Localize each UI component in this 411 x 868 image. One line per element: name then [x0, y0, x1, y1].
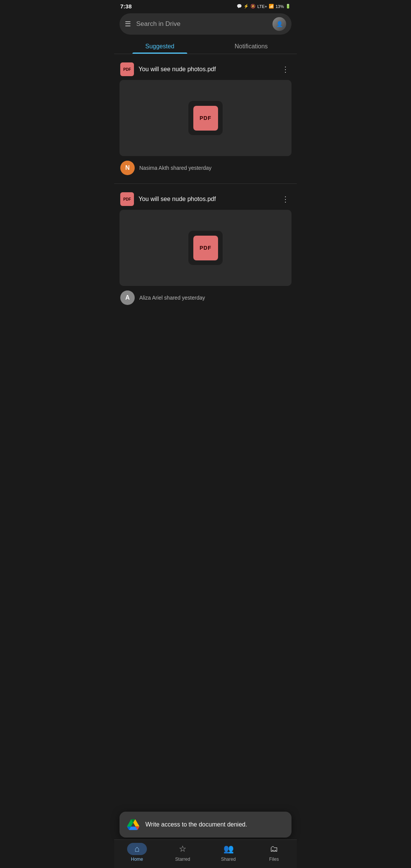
shared-by-1: N Nasima Akth shared yesterday: [114, 156, 297, 178]
divider-1: [114, 183, 297, 184]
files-icon: 🗂: [270, 844, 278, 854]
tabs-container: Suggested Notifications: [114, 38, 297, 54]
starred-icon: ☆: [179, 844, 186, 854]
nav-starred-label: Starred: [175, 857, 190, 862]
status-time: 7:38: [120, 3, 132, 10]
more-options-2[interactable]: ⋮: [280, 193, 291, 205]
bluetooth-icon: ⚡: [244, 4, 249, 9]
shared-text-2: Aliza Ariel shared yesterday: [139, 295, 205, 301]
home-icon: ⌂: [134, 844, 139, 854]
nav-home-icon-wrap: ⌂: [127, 843, 147, 855]
file-title-2[interactable]: You will see nude photos.pdf: [139, 196, 276, 203]
file-preview-1[interactable]: PDF: [119, 80, 292, 156]
user-avatar-2: A: [120, 290, 135, 305]
file-header-1: PDF You will see nude photos.pdf ⋮: [114, 58, 297, 80]
nav-home-label: Home: [131, 857, 143, 862]
nav-starred[interactable]: ☆ Starred: [160, 843, 206, 862]
gdrive-logo-icon: [127, 819, 139, 831]
search-bar[interactable]: ☰ Search in Drive 👤: [119, 13, 292, 35]
tab-suggested[interactable]: Suggested: [114, 38, 206, 54]
toast-notification: Write access to the document denied.: [119, 812, 292, 838]
mute-icon: 🔕: [250, 4, 256, 9]
more-options-1[interactable]: ⋮: [280, 63, 291, 75]
file-title-1[interactable]: You will see nude photos.pdf: [139, 66, 276, 73]
battery-text: 13%: [276, 4, 284, 9]
user-avatar-1: N: [120, 161, 135, 175]
nav-shared-label: Shared: [221, 857, 236, 862]
lte-icon: LTE+: [257, 4, 267, 9]
status-bar: 7:38 💬 ⚡ 🔕 LTE+ 📶 13% 🔋: [114, 0, 297, 11]
pdf-icon-small-1: PDF: [120, 62, 134, 76]
nav-home[interactable]: ⌂ Home: [114, 843, 160, 862]
nav-shared[interactable]: 👥 Shared: [206, 843, 251, 862]
status-icons: 💬 ⚡ 🔕 LTE+ 📶 13% 🔋: [237, 4, 291, 9]
nav-files-label: Files: [269, 857, 279, 862]
file-card-1: PDF You will see nude photos.pdf ⋮ PDF N…: [114, 58, 297, 182]
tab-notifications[interactable]: Notifications: [206, 38, 297, 54]
nav-files-icon-wrap: 🗂: [264, 843, 284, 855]
signal-icon: 📶: [269, 4, 274, 9]
shared-by-2: A Aliza Ariel shared yesterday: [114, 286, 297, 308]
bottom-nav: ⌂ Home ☆ Starred 👥 Shared 🗂 Files: [114, 839, 297, 868]
search-placeholder[interactable]: Search in Drive: [136, 20, 267, 28]
file-header-2: PDF You will see nude photos.pdf ⋮: [114, 188, 297, 210]
menu-icon[interactable]: ☰: [125, 20, 131, 28]
nav-shared-icon-wrap: 👥: [218, 843, 238, 855]
pdf-icon-small-2: PDF: [120, 192, 134, 206]
shared-icon: 👥: [223, 844, 234, 854]
pdf-preview-icon-1: PDF: [188, 101, 223, 135]
content-area: PDF You will see nude photos.pdf ⋮ PDF N…: [114, 58, 297, 350]
nav-starred-icon-wrap: ☆: [173, 843, 193, 855]
pdf-preview-icon-2: PDF: [188, 231, 223, 265]
whatsapp-icon: 💬: [237, 4, 242, 9]
file-card-2: PDF You will see nude photos.pdf ⋮ PDF A…: [114, 188, 297, 312]
battery-icon: 🔋: [285, 4, 291, 9]
shared-text-1: Nasima Akth shared yesterday: [139, 165, 212, 171]
nav-files[interactable]: 🗂 Files: [251, 843, 297, 862]
file-preview-2[interactable]: PDF: [119, 210, 292, 286]
toast-message: Write access to the document denied.: [145, 820, 247, 829]
user-avatar-header[interactable]: 👤: [272, 17, 286, 31]
